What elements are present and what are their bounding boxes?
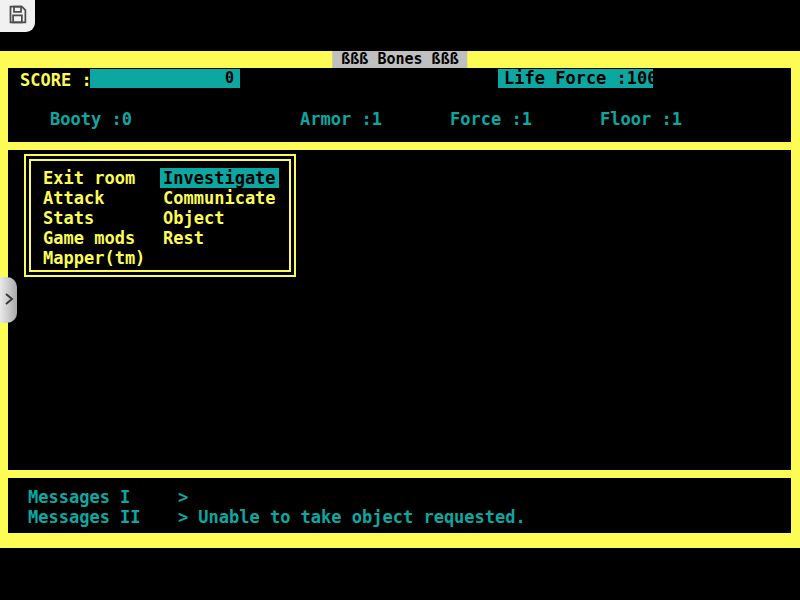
side-drawer-toggle[interactable]: [0, 277, 17, 323]
message-line-2: Messages II>Unable to take object reques…: [28, 507, 526, 527]
menu-item-object[interactable]: Object: [163, 208, 279, 228]
menu-item-investigate[interactable]: Investigate: [160, 168, 279, 188]
floppy-disk-icon: [7, 4, 28, 28]
status-panel: SCORE : 0 Life Force :100 Booty :0 Armor…: [8, 68, 791, 142]
stat-floor: Floor :1: [600, 109, 682, 129]
stat-force: Force :1: [450, 109, 532, 129]
message-line-1: Messages I>: [28, 487, 198, 507]
menu-item-mapper[interactable]: Mapper(tm): [43, 248, 145, 268]
score-bar: 0: [90, 69, 240, 88]
menu-item-attack[interactable]: Attack: [43, 188, 145, 208]
message-2-prompt: >: [178, 507, 188, 527]
stat-armor: Armor :1: [300, 109, 382, 129]
menu-column-left: Exit room Attack Stats Game mods Mapper(…: [43, 168, 145, 268]
game-area: Exit room Attack Stats Game mods Mapper(…: [8, 150, 791, 470]
game-title: ßßß Bones ßßß: [332, 51, 467, 68]
life-force-display: Life Force :100: [498, 69, 653, 88]
menu-item-rest[interactable]: Rest: [163, 228, 279, 248]
menu-column-right: Investigate Communicate Object Rest: [163, 168, 279, 248]
chevron-right-icon: [3, 291, 15, 310]
message-1-prompt: >: [178, 487, 188, 507]
menu-item-communicate[interactable]: Communicate: [163, 188, 279, 208]
message-2-text: Unable to take object requested.: [198, 507, 526, 527]
action-menu: Exit room Attack Stats Game mods Mapper(…: [24, 154, 296, 277]
dos-screen: ßßß Bones ßßß SCORE : 0 Life Force :100 …: [0, 51, 800, 548]
message-1-label: Messages I: [28, 487, 178, 507]
menu-item-exit-room[interactable]: Exit room: [43, 168, 145, 188]
stat-booty: Booty :0: [50, 109, 132, 129]
game-window: ßßß Bones ßßß SCORE : 0 Life Force :100 …: [0, 0, 800, 600]
save-button[interactable]: [0, 0, 35, 32]
score-label: SCORE :: [20, 70, 92, 90]
messages-panel: Messages I> Messages II>Unable to take o…: [8, 478, 791, 533]
action-menu-inner: Exit room Attack Stats Game mods Mapper(…: [29, 159, 291, 272]
menu-item-stats[interactable]: Stats: [43, 208, 145, 228]
menu-item-game-mods[interactable]: Game mods: [43, 228, 145, 248]
message-2-label: Messages II: [28, 507, 178, 527]
